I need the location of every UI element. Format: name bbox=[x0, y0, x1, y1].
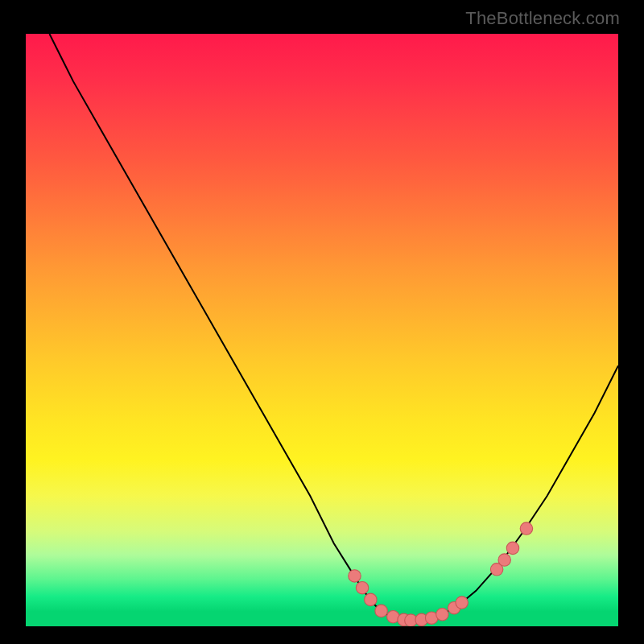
frame: TheBottleneck.com bbox=[0, 0, 644, 644]
marker-point bbox=[375, 605, 387, 617]
chart-svg bbox=[26, 34, 618, 626]
marker-point bbox=[436, 609, 448, 621]
bottleneck-curve bbox=[49, 34, 618, 621]
marker-point bbox=[356, 581, 368, 593]
watermark-text: TheBottleneck.com bbox=[465, 8, 620, 29]
marker-point bbox=[498, 554, 510, 566]
marker-point bbox=[520, 522, 532, 535]
chart-area bbox=[26, 34, 618, 626]
marker-point bbox=[506, 542, 518, 554]
marker-point bbox=[456, 597, 468, 609]
highlighted-points bbox=[349, 522, 533, 626]
marker-point bbox=[349, 570, 361, 582]
marker-point bbox=[365, 593, 377, 605]
